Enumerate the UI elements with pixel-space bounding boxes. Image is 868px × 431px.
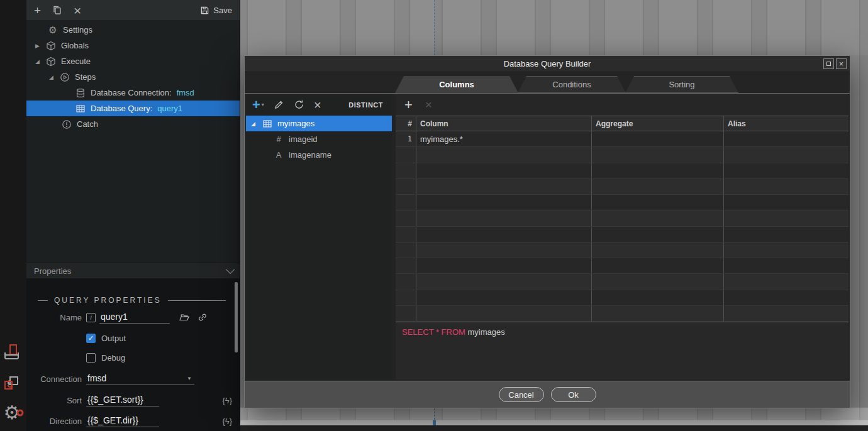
cube-icon: [46, 41, 56, 51]
save-label: Save: [213, 6, 232, 15]
direction-label: Direction: [33, 417, 86, 426]
schema-column-imagename[interactable]: A imagename: [246, 147, 392, 163]
folder-open-icon[interactable]: [179, 312, 190, 322]
properties-header-label: Properties: [34, 266, 71, 276]
aggregate-cell[interactable]: [592, 131, 724, 146]
column-cell[interactable]: myimages.*: [416, 131, 592, 146]
tree-item-catch[interactable]: Catch: [26, 116, 240, 132]
tab-columns[interactable]: Columns: [395, 76, 518, 93]
cancel-button[interactable]: Cancel: [499, 387, 544, 402]
section-header: QUERY PROPERTIES: [38, 296, 226, 305]
connection-value: fmsd: [87, 373, 106, 383]
tree-item-label: Database Query:: [91, 104, 152, 113]
edit-pencil-icon[interactable]: [274, 99, 284, 110]
header-column: Column: [416, 116, 592, 131]
cube-icon: [46, 57, 56, 67]
grid-row-1: 1 myimages.*: [396, 131, 849, 147]
database-query-builder-dialog: Database Query Builder × Columns Conditi…: [244, 55, 850, 408]
gear-red-center: [17, 410, 24, 417]
dialog-tabs: Columns Conditions Sorting: [245, 72, 850, 93]
settings-gear-icon[interactable]: ⚙: [1, 402, 23, 423]
add-step-icon[interactable]: +: [34, 4, 41, 16]
header-num: #: [396, 116, 416, 131]
columns-panel: + × # Column Aggregate Alias 1 myimages.…: [396, 94, 849, 379]
query-builder-main: + ▾ × DISTINCT ◢ myimages: [245, 93, 850, 381]
schema-table-myimages[interactable]: ◢ myimages: [246, 116, 392, 131]
data-binding-icon[interactable]: {ϟ}: [222, 417, 232, 426]
dialog-footer: Cancel Ok: [245, 381, 850, 408]
grid-empty-row: [396, 274, 849, 290]
dialog-titlebar[interactable]: Database Query Builder: [245, 56, 850, 72]
sort-input[interactable]: {{$_GET.sort}}: [86, 394, 159, 406]
schema-tree: ◢ myimages # imageid A imagename: [246, 116, 392, 163]
schema-panel: + ▾ × DISTINCT ◢ myimages: [246, 94, 392, 379]
tree-item-settings[interactable]: ⚙ Settings: [26, 22, 240, 38]
tree-item-steps[interactable]: ◢ Steps: [26, 69, 240, 85]
close-button[interactable]: ×: [836, 58, 847, 69]
name-input[interactable]: query1: [99, 311, 170, 324]
grid-empty-row: [396, 163, 849, 179]
number-type-icon: #: [274, 134, 284, 144]
copy-icon[interactable]: [52, 5, 62, 15]
maximize-button[interactable]: [823, 58, 834, 69]
exclamation-circle-icon: [62, 119, 72, 129]
tree-item-label: Globals: [61, 41, 89, 50]
debug-checkbox[interactable]: [86, 353, 96, 363]
add-table-button[interactable]: +: [252, 98, 260, 112]
ok-button[interactable]: Ok: [551, 387, 596, 402]
tree-item-database-query[interactable]: Database Query: query1: [26, 101, 240, 116]
properties-header[interactable]: Properties: [26, 263, 240, 278]
expanded-arrow-icon[interactable]: ◢: [34, 58, 41, 65]
refresh-icon[interactable]: [294, 99, 304, 110]
column-name: imagename: [289, 150, 331, 160]
sql-table: myimages: [465, 327, 505, 337]
grid-empty-row: [396, 147, 849, 163]
tree-item-execute[interactable]: ◢ Execute: [26, 53, 240, 69]
tab-conditions[interactable]: Conditions: [518, 76, 626, 93]
tree-item-globals[interactable]: ▶ Globals: [26, 38, 240, 53]
info-icon[interactable]: i: [86, 313, 96, 322]
columns-grid: # Column Aggregate Alias 1 myimages.*: [396, 116, 849, 379]
output-checkbox[interactable]: ✓: [86, 334, 96, 343]
scrollbar-thumb[interactable]: [235, 282, 238, 352]
remove-column-button-disabled[interactable]: ×: [425, 99, 432, 111]
name-label: Name: [33, 313, 86, 322]
debug-label: Debug: [101, 353, 125, 363]
chevron-down-icon: [226, 265, 235, 274]
tree-item-database-connection[interactable]: Database Connection: fmsd: [26, 85, 240, 101]
tree-item-value: query1: [157, 104, 182, 113]
grid-empty-row: [396, 227, 849, 243]
schema-column-imageid[interactable]: # imageid: [246, 131, 392, 147]
grid-header-row: # Column Aggregate Alias: [396, 116, 849, 131]
link-icon[interactable]: [198, 312, 208, 322]
header-aggregate: Aggregate: [592, 116, 724, 131]
bottom-strip: [240, 425, 868, 431]
tree-item-label: Settings: [63, 25, 92, 35]
main-toolbar: + × Save: [26, 0, 240, 20]
add-column-button[interactable]: +: [404, 98, 413, 112]
caret-down-icon[interactable]: ▾: [262, 102, 264, 107]
grid-empty-row: [396, 290, 849, 306]
expanded-arrow-icon[interactable]: ◢: [48, 74, 55, 80]
expanded-arrow-icon[interactable]: ◢: [251, 121, 257, 127]
save-button[interactable]: Save: [200, 6, 232, 15]
header-alias: Alias: [724, 116, 849, 131]
data-binding-icon[interactable]: {ϟ}: [222, 396, 232, 405]
distinct-toggle[interactable]: DISTINCT: [348, 101, 386, 109]
grid-empty-row: [396, 306, 849, 322]
puzzle-icon[interactable]: [1, 372, 23, 393]
horizontal-scrollbar[interactable]: [240, 420, 868, 425]
alias-cell[interactable]: [724, 131, 849, 146]
collapsed-arrow-icon[interactable]: ▶: [34, 43, 41, 49]
connection-select[interactable]: fmsd ▼: [86, 373, 194, 385]
tab-sorting[interactable]: Sorting: [625, 76, 738, 93]
tree-item-label: Database Connection:: [91, 88, 172, 97]
export-tray-icon[interactable]: [1, 342, 23, 363]
tree-item-label: Steps: [75, 72, 96, 82]
remove-table-icon[interactable]: ×: [314, 99, 321, 111]
connection-field-row: Connection fmsd ▼: [33, 373, 232, 385]
delete-step-icon[interactable]: ×: [74, 4, 81, 17]
gear-icon: ⚙: [48, 25, 58, 35]
direction-input[interactable]: {{$_GET.dir}}: [86, 415, 159, 427]
text-type-icon: A: [274, 150, 284, 160]
